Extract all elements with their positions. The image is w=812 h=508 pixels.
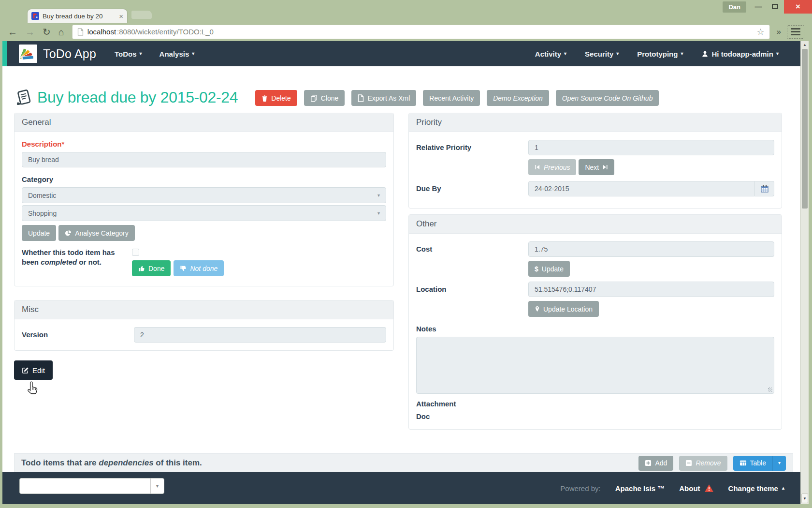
other-panel: Other Cost 1.75 $ Update	[408, 214, 782, 430]
plus-square-icon	[645, 460, 652, 466]
demo-exception-button[interactable]: Demo Exception	[487, 90, 549, 106]
caret-down-icon: ▾	[616, 51, 619, 56]
relative-priority-field: 1	[528, 140, 774, 155]
caret-down-icon: ▾	[377, 211, 380, 216]
back-icon[interactable]: ←	[8, 27, 17, 37]
location-field: 51.515476;0.117407	[528, 282, 774, 297]
update-cost-button[interactable]: $ Update	[528, 261, 570, 277]
menu-todos[interactable]: ToDos ▾	[115, 50, 142, 58]
menu-security[interactable]: Security ▾	[585, 50, 619, 58]
tab-close-icon[interactable]: ×	[119, 12, 123, 20]
scroll-up-arrow[interactable]: ▴	[801, 42, 809, 47]
tab-title: Buy bread due by 20	[43, 13, 116, 20]
category-select[interactable]: Domestic ▾	[22, 187, 386, 203]
due-by-label: Due By	[416, 181, 528, 196]
menu-analysis[interactable]: Analysis ▾	[160, 50, 195, 58]
menu-prototyping[interactable]: Prototyping ▾	[637, 50, 683, 58]
version-field: 2	[134, 327, 386, 343]
browser-tab[interactable]: Buy bread due by 20 ×	[28, 9, 127, 23]
dependencies-title: Todo items that are dependencies of this…	[21, 458, 202, 468]
app-window: ToDo App ToDos ▾ Analysis ▾ Activity ▾ S…	[2, 41, 809, 504]
mouse-cursor	[27, 381, 39, 395]
window-maximize-button[interactable]	[767, 0, 783, 13]
attachment-label: Attachment	[416, 400, 774, 408]
window-minimize-button[interactable]: —	[750, 0, 767, 13]
next-button[interactable]: Next	[579, 159, 614, 175]
vertical-scrollbar[interactable]: ▴ ▾	[800, 41, 809, 504]
dependency-select[interactable]: ▾	[19, 478, 164, 494]
todo-item-icon	[15, 89, 32, 107]
warning-icon	[704, 484, 714, 493]
extensions-overflow-icon[interactable]: »	[777, 27, 781, 37]
apache-isis-link[interactable]: Apache Isis ™	[615, 484, 665, 493]
browser-menu-button[interactable]	[787, 25, 804, 39]
export-xml-button[interactable]: Export As Xml	[351, 90, 416, 106]
scroll-down-arrow[interactable]: ▾	[801, 493, 808, 503]
favicon	[31, 12, 39, 20]
analyse-category-button[interactable]: Analyse Category	[58, 225, 135, 241]
add-dependency-button[interactable]: Add	[638, 456, 673, 471]
map-pin-icon	[535, 305, 540, 313]
general-panel-title: General	[14, 113, 393, 132]
notes-textarea[interactable]	[416, 337, 774, 394]
update-category-button[interactable]: Update	[22, 225, 56, 241]
select-caret-button[interactable]: ▾	[150, 478, 164, 493]
thumbs-down-icon	[180, 265, 187, 272]
menu-activity[interactable]: Activity ▾	[535, 50, 566, 58]
notes-label: Notes	[416, 325, 774, 333]
brand-title[interactable]: ToDo App	[43, 47, 96, 61]
previous-button[interactable]: Previous	[528, 159, 576, 175]
about-link[interactable]: About	[679, 484, 713, 493]
scrollbar-thumb[interactable]	[802, 49, 808, 209]
done-button[interactable]: Done	[132, 260, 171, 276]
delete-button[interactable]: Delete	[255, 90, 297, 106]
url-path: :8080/wicket/entity/TODO:L_0	[117, 28, 214, 36]
recent-activity-button[interactable]: Recent Activity	[423, 90, 480, 106]
bookmark-star-icon[interactable]: ☆	[756, 27, 764, 37]
table-icon	[740, 460, 747, 466]
due-by-field[interactable]: 24-02-2015	[528, 181, 755, 196]
remove-dependency-button[interactable]: Remove	[679, 456, 727, 471]
subcategory-select[interactable]: Shopping ▾	[22, 205, 386, 221]
update-location-button[interactable]: Update Location	[528, 301, 599, 317]
powered-by-label: Powered by:	[560, 484, 600, 493]
completed-label: Whether this todo item has been complete…	[22, 248, 132, 276]
browser-profile-badge[interactable]: Dan	[723, 1, 746, 13]
bottom-bar: ▾ Powered by: Apache Isis ™ About Change…	[2, 472, 809, 504]
cost-field: 1.75	[528, 241, 774, 257]
page-icon	[77, 28, 84, 36]
category-label: Category	[22, 175, 386, 183]
open-source-button[interactable]: Open Source Code On Github	[556, 90, 659, 106]
reload-icon[interactable]: ↻	[43, 27, 51, 37]
description-field[interactable]: Buy bread	[22, 152, 386, 167]
browser-toolbar: ← → ↻ ⌂ localhost:8080/wicket/entity/TOD…	[0, 22, 812, 41]
completed-checkbox[interactable]	[132, 249, 139, 256]
table-view-button[interactable]: Table	[733, 456, 772, 471]
app-logo[interactable]	[19, 45, 37, 63]
edit-button[interactable]: Edit	[14, 360, 53, 380]
change-theme-link[interactable]: Change theme ▴	[728, 484, 784, 493]
url-bar[interactable]: localhost:8080/wicket/entity/TODO:L_0 ☆	[72, 25, 770, 39]
not-done-button[interactable]: Not done	[174, 260, 224, 276]
home-icon[interactable]: ⌂	[58, 27, 64, 37]
new-tab-button[interactable]	[131, 11, 152, 19]
forward-icon[interactable]: →	[25, 27, 35, 37]
description-label: Description*	[22, 140, 386, 148]
required-marker: *	[62, 140, 65, 148]
doc-label: Doc	[416, 412, 774, 420]
window-close-button[interactable]: ×	[784, 0, 812, 14]
theme-accent-stripe	[2, 41, 7, 66]
cost-label: Cost	[416, 241, 528, 277]
app-navbar: ToDo App ToDos ▾ Analysis ▾ Activity ▾ S…	[2, 41, 809, 66]
misc-panel: Misc Version 2	[14, 300, 394, 351]
clone-button[interactable]: Clone	[304, 90, 345, 106]
general-panel: General Description* Buy bread Category …	[14, 113, 394, 286]
caret-down-icon: ▾	[156, 484, 159, 489]
table-view-dropdown[interactable]: ▾	[772, 456, 786, 471]
menu-user[interactable]: Hi todoapp-admin ▾	[701, 50, 779, 58]
thumbs-up-icon	[138, 265, 145, 272]
page-title: Buy bread due by 2015-02-24	[37, 88, 238, 107]
priority-panel-title: Priority	[409, 113, 782, 132]
edit-pencil-icon	[22, 367, 29, 374]
datepicker-button[interactable]	[755, 181, 774, 196]
